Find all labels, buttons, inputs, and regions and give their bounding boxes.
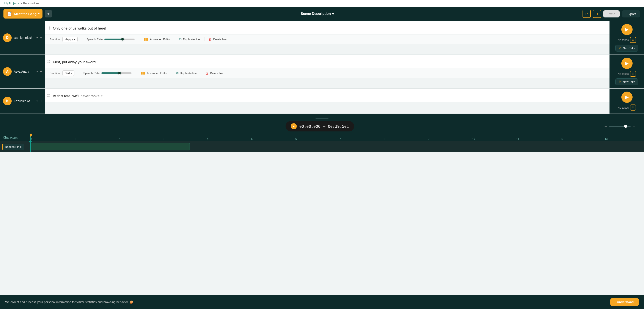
duplicate-line-label: Duplicate line [180, 71, 197, 75]
character-track-label-cell: Damien Black [0, 141, 30, 152]
no-takes-row: No takes ⬇ [618, 104, 636, 111]
ruler-mark-11: 11 [516, 137, 519, 140]
ruler-mark-7: 7 [340, 137, 341, 140]
divider [201, 71, 201, 75]
emotion-control: Emotion: Happy ▾ [50, 37, 78, 42]
character-track-name: Damien Black [2, 144, 24, 150]
duplicate-line-button[interactable]: ⧉ Duplicate line [179, 37, 200, 41]
character-tracks: Damien Black [0, 141, 644, 152]
character-col: D Damien Black ▾ + [0, 21, 45, 54]
advanced-editor-icon: ▮▮▮ [140, 71, 146, 75]
download-takes-button[interactable]: ⬇ [630, 37, 636, 43]
character-chevron-icon[interactable]: ▾ [36, 100, 38, 103]
new-take-icon: 🎙 [618, 46, 622, 50]
playhead-marker[interactable] [30, 134, 31, 141]
play-button[interactable]: ▶ [621, 92, 632, 103]
no-takes-label: No takes [618, 38, 629, 41]
drag-handle-icon[interactable] [48, 93, 50, 97]
advanced-editor-label: Advanced Editor [150, 38, 170, 41]
line-text[interactable]: At this rate, we'll never make it. [53, 93, 605, 99]
scene-desc-chevron-icon: ▾ [332, 12, 334, 16]
slider-thumb[interactable] [118, 71, 121, 75]
duplicate-icon: ⧉ [176, 71, 178, 75]
project-icon: 📄 [6, 11, 12, 17]
character-block[interactable] [30, 143, 190, 150]
line-text-area: First, put away your sword. [45, 55, 610, 68]
advanced-editor-button[interactable]: ▮▮▮ Advanced Editor [140, 71, 167, 75]
invite-button[interactable]: Invite [603, 10, 620, 17]
takes-col-inner: ▶ No takes ⬇ 🎙 New Take [615, 58, 638, 85]
advanced-editor-button[interactable]: ▮▮▮ Advanced Editor [144, 37, 170, 41]
duplicate-line-label: Duplicate line [183, 38, 200, 41]
slider-thumb[interactable] [121, 37, 124, 41]
delete-line-button[interactable]: 🗑 Delete line [206, 71, 223, 75]
new-take-button[interactable]: 🎙 New Take [615, 78, 638, 85]
line-col: First, put away your sword. Emotion: Sad… [45, 55, 610, 88]
toolbar-actions: ↩ ↪ Invite Export [582, 10, 640, 18]
delete-line-button[interactable]: 🗑 Delete line [209, 37, 226, 41]
line-text-area: Only one of us walks out of here! [45, 21, 610, 34]
zoom-slider[interactable] [609, 126, 631, 127]
zoom-slider-thumb[interactable] [624, 125, 627, 128]
emotion-select[interactable]: Happy ▾ [62, 37, 78, 42]
play-button[interactable]: ▶ [621, 58, 632, 69]
scene-description-button[interactable]: Scene Description ▾ [301, 12, 334, 16]
drag-handle-icon[interactable] [48, 26, 50, 29]
emotion-chevron-icon: ▾ [74, 38, 75, 41]
ruler-marks: 0 1 2 3 4 5 6 7 8 9 10 11 12 13 [30, 134, 644, 141]
export-button[interactable]: Export [622, 10, 640, 18]
script-row: D Damien Black ▾ + Only one of us walks … [0, 21, 644, 55]
download-takes-button[interactable]: ⬇ [630, 104, 636, 111]
emotion-value: Sad [65, 71, 70, 75]
drag-handle-icon[interactable] [48, 59, 50, 63]
download-takes-button[interactable]: ⬇ [630, 71, 636, 77]
redo-button[interactable]: ↪ [593, 10, 601, 18]
toolbar-center: Scene Description ▾ [54, 12, 580, 16]
zoom-out-button[interactable]: − [604, 124, 607, 129]
zoom-in-button[interactable]: + [633, 124, 635, 129]
character-add-icon[interactable]: + [40, 99, 42, 103]
emotion-value: Happy [65, 38, 73, 41]
line-col: At this rate, we'll never make it. [45, 89, 610, 114]
speech-rate-slider[interactable] [101, 72, 132, 74]
emotion-label: Emotion: [50, 38, 60, 41]
playback-play-button[interactable]: ▶ [291, 123, 297, 129]
new-take-button[interactable]: 🎙 New Take [615, 45, 638, 51]
breadcrumb-sep: > [20, 2, 22, 5]
character-col: A Asya Anara ▾ + [0, 55, 45, 88]
ruler-area: 0 1 2 3 4 5 6 7 8 9 10 11 12 13 [30, 134, 644, 141]
duplicate-icon: ⧉ [179, 37, 182, 41]
divider [136, 71, 136, 75]
new-take-icon: 🎙 [618, 80, 622, 84]
emotion-select[interactable]: Sad ▾ [62, 70, 74, 76]
advanced-editor-icon: ▮▮▮ [144, 37, 148, 41]
character-add-icon[interactable]: + [40, 35, 42, 40]
speech-rate-control: Speech Rate [86, 38, 134, 41]
character-add-icon[interactable]: + [40, 69, 42, 74]
breadcrumb-current: Personalities [23, 2, 39, 5]
project-chevron-icon: ▾ [38, 12, 40, 15]
undo-button[interactable]: ↩ [582, 10, 591, 18]
duplicate-line-button[interactable]: ⧉ Duplicate line [176, 71, 197, 75]
play-button[interactable]: ▶ [621, 24, 632, 35]
characters-label: Characters [0, 134, 30, 141]
ruler-mark-10: 10 [472, 137, 475, 140]
line-text[interactable]: First, put away your sword. [53, 59, 605, 65]
projects-link[interactable]: My Projects [4, 2, 19, 5]
playback-end: 00:39.501 [328, 124, 349, 129]
avatar: A [3, 67, 12, 76]
character-name: Damien Black [14, 36, 34, 39]
takes-col: ▶ No takes ⬇ 🎙 New Take [610, 55, 644, 88]
character-chevron-icon[interactable]: ▾ [36, 36, 38, 39]
line-controls: Emotion: Happy ▾ Speech Rate ▮▮▮ Ad [45, 34, 610, 44]
line-text[interactable]: Only one of us walks out of here! [53, 26, 605, 31]
project-button[interactable]: 📄 Meet the Gang ▾ [4, 9, 42, 18]
speech-rate-slider[interactable] [104, 38, 134, 40]
playback-start: 00:00.000 [299, 124, 320, 129]
ruler-mark-4: 4 [207, 137, 208, 140]
playback-sep: – [323, 124, 326, 129]
character-chevron-icon[interactable]: ▾ [36, 70, 38, 73]
avatar: D [3, 33, 12, 42]
takes-col: ▶ No takes ⬇ [610, 89, 644, 114]
add-tab-button[interactable]: + [45, 10, 52, 17]
